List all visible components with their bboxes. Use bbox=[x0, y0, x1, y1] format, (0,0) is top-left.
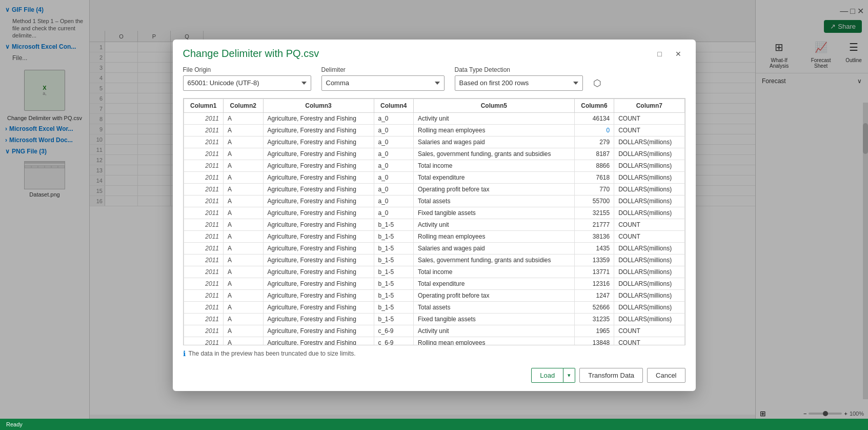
modal-maximize-btn[interactable]: □ bbox=[653, 47, 667, 61]
table-cell: Agriculture, Forestry and Fishing bbox=[263, 160, 374, 171]
export-icon[interactable]: ⬡ bbox=[593, 77, 601, 89]
table-cell: A bbox=[224, 207, 264, 219]
file-origin-label: File Origin bbox=[183, 66, 311, 73]
table-cell: Fixed tangible assets bbox=[414, 313, 575, 325]
table-cell: 2011 bbox=[184, 136, 224, 148]
info-text: The data in the preview has been truncat… bbox=[189, 350, 356, 357]
table-cell: c_6-9 bbox=[374, 337, 414, 345]
table-cell: Operating profit before tax bbox=[414, 183, 575, 195]
table-cell: c_6-9 bbox=[374, 325, 414, 337]
table-cell: A bbox=[224, 325, 264, 337]
modal-close-btn[interactable]: ✕ bbox=[671, 47, 685, 61]
table-cell: b_1-5 bbox=[374, 254, 414, 266]
table-cell: Rolling mean employees bbox=[414, 230, 575, 242]
table-cell: A bbox=[224, 124, 264, 136]
table-row: 2011AAgriculture, Forestry and Fishingb_… bbox=[184, 301, 684, 313]
table-cell: 2011 bbox=[184, 219, 224, 230]
table-row: 2011AAgriculture, Forestry and Fishinga_… bbox=[184, 195, 684, 207]
table-cell: b_1-5 bbox=[374, 278, 414, 289]
modal-overlay: Change Delimiter with PQ.csv □ ✕ File Or… bbox=[0, 0, 868, 430]
status-bar: Ready bbox=[0, 419, 868, 430]
table-cell: a_0 bbox=[374, 136, 414, 148]
table-row: 2011AAgriculture, Forestry and Fishingb_… bbox=[184, 289, 684, 301]
table-row: 2011AAgriculture, Forestry and Fishinga_… bbox=[184, 136, 684, 148]
table-cell: Agriculture, Forestry and Fishing bbox=[263, 148, 374, 160]
data-preview-table-wrapper: Column1Column2Column3Column4Column5Colum… bbox=[183, 98, 685, 345]
table-cell: 2011 bbox=[184, 337, 224, 345]
table-cell: Agriculture, Forestry and Fishing bbox=[263, 195, 374, 207]
table-row: 2011AAgriculture, Forestry and Fishingb_… bbox=[184, 278, 684, 289]
data-preview-table: Column1Column2Column3Column4Column5Colum… bbox=[184, 99, 685, 345]
table-cell: Total income bbox=[414, 266, 575, 278]
table-cell: 770 bbox=[574, 183, 614, 195]
file-origin-group: File Origin 65001: Unicode (UTF-8)1252: … bbox=[183, 66, 311, 91]
table-row: 2011AAgriculture, Forestry and Fishingc_… bbox=[184, 337, 684, 345]
table-cell: A bbox=[224, 278, 264, 289]
col-header-column6: Column6 bbox=[574, 99, 614, 112]
table-cell: Agriculture, Forestry and Fishing bbox=[263, 207, 374, 219]
table-cell: 2011 bbox=[184, 242, 224, 254]
table-row: 2011AAgriculture, Forestry and Fishinga_… bbox=[184, 112, 684, 124]
table-cell: DOLLARS(millions) bbox=[614, 207, 684, 219]
table-cell: Fixed tangible assets bbox=[414, 207, 575, 219]
table-cell: DOLLARS(millions) bbox=[614, 242, 684, 254]
table-cell: Agriculture, Forestry and Fishing bbox=[263, 219, 374, 230]
data-type-select[interactable]: Based on first 200 rowsBased on entire d… bbox=[455, 75, 583, 91]
table-cell: 13848 bbox=[574, 337, 614, 345]
table-cell: COUNT bbox=[614, 337, 684, 345]
load-button[interactable]: Load bbox=[531, 368, 563, 383]
table-cell: DOLLARS(millions) bbox=[614, 195, 684, 207]
transform-data-button[interactable]: Transform Data bbox=[579, 368, 643, 383]
table-cell: b_1-5 bbox=[374, 219, 414, 230]
table-cell: Salaries and wages paid bbox=[414, 136, 575, 148]
load-button-group: Load ▾ bbox=[531, 368, 575, 383]
table-cell: A bbox=[224, 183, 264, 195]
table-cell: A bbox=[224, 136, 264, 148]
delimiter-select[interactable]: CommaTabSemicolonSpaceCustom bbox=[321, 75, 445, 91]
table-cell: DOLLARS(millions) bbox=[614, 278, 684, 289]
table-cell: COUNT bbox=[614, 325, 684, 337]
table-cell: 46134 bbox=[574, 112, 614, 124]
table-cell: DOLLARS(millions) bbox=[614, 254, 684, 266]
table-cell: 2011 bbox=[184, 254, 224, 266]
table-cell: DOLLARS(millions) bbox=[614, 289, 684, 301]
table-cell: 2011 bbox=[184, 313, 224, 325]
delimiter-label: Delimiter bbox=[321, 66, 445, 73]
table-cell: 2011 bbox=[184, 278, 224, 289]
table-cell: A bbox=[224, 337, 264, 345]
table-cell: Agriculture, Forestry and Fishing bbox=[263, 301, 374, 313]
file-origin-select[interactable]: 65001: Unicode (UTF-8)1252: Western Euro… bbox=[183, 75, 311, 91]
table-row: 2011AAgriculture, Forestry and Fishingb_… bbox=[184, 266, 684, 278]
table-row: 2011AAgriculture, Forestry and Fishinga_… bbox=[184, 171, 684, 183]
table-cell: a_0 bbox=[374, 148, 414, 160]
table-cell: Agriculture, Forestry and Fishing bbox=[263, 230, 374, 242]
col-header-column3: Column3 bbox=[263, 99, 374, 112]
table-cell: A bbox=[224, 301, 264, 313]
table-cell: Total expenditure bbox=[414, 171, 575, 183]
table-cell: Rolling mean employees bbox=[414, 337, 575, 345]
load-dropdown-button[interactable]: ▾ bbox=[563, 368, 575, 383]
table-row: 2011AAgriculture, Forestry and Fishingb_… bbox=[184, 254, 684, 266]
cancel-button[interactable]: Cancel bbox=[647, 368, 685, 383]
status-text: Ready bbox=[6, 421, 23, 427]
table-row: 2011AAgriculture, Forestry and Fishingb_… bbox=[184, 313, 684, 325]
table-cell: Activity unit bbox=[414, 219, 575, 230]
table-cell: COUNT bbox=[614, 230, 684, 242]
table-cell: 8866 bbox=[574, 160, 614, 171]
table-cell: DOLLARS(millions) bbox=[614, 148, 684, 160]
table-cell: 2011 bbox=[184, 301, 224, 313]
table-cell: 2011 bbox=[184, 124, 224, 136]
modal-titlebar: Change Delimiter with PQ.csv □ ✕ bbox=[173, 40, 696, 66]
modal-controls: File Origin 65001: Unicode (UTF-8)1252: … bbox=[173, 66, 696, 98]
info-icon: ℹ bbox=[183, 349, 186, 358]
table-cell: A bbox=[224, 266, 264, 278]
table-cell: DOLLARS(millions) bbox=[614, 171, 684, 183]
table-cell: A bbox=[224, 195, 264, 207]
data-preview-scroll[interactable]: Column1Column2Column3Column4Column5Colum… bbox=[184, 99, 685, 345]
col-header-column7: Column7 bbox=[614, 99, 684, 112]
table-cell: DOLLARS(millions) bbox=[614, 313, 684, 325]
table-cell: A bbox=[224, 254, 264, 266]
table-cell: 2011 bbox=[184, 207, 224, 219]
table-row: 2011AAgriculture, Forestry and Fishinga_… bbox=[184, 148, 684, 160]
table-cell: b_1-5 bbox=[374, 266, 414, 278]
